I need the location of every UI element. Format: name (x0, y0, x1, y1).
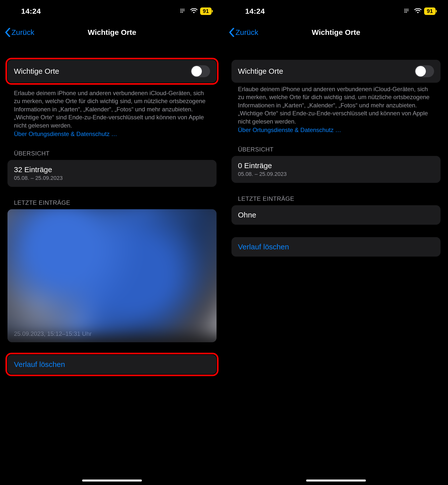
privacy-link[interactable]: Über Ortungsdienste & Datenschutz … (7, 130, 217, 138)
overview-header: ÜBERSICHT (7, 150, 217, 160)
back-label: Zurück (11, 28, 34, 37)
svg-point-17 (417, 12, 418, 13)
svg-point-3 (180, 10, 181, 11)
highlight-toggle: Wichtige Orte (5, 58, 219, 85)
significant-locations-toggle[interactable] (415, 65, 434, 77)
recent-header: LETZTE EINTRÄGE (231, 195, 441, 205)
home-indicator[interactable] (82, 480, 142, 482)
recent-header: LETZTE EINTRÄGE (7, 199, 217, 209)
chevron-left-icon (229, 28, 234, 37)
recent-none-cell: Ohne (231, 205, 441, 225)
content: Wichtige Orte Erlaube deinem iPhone und … (0, 42, 224, 376)
svg-point-9 (404, 9, 405, 10)
overview-count: 32 Einträge (14, 165, 52, 174)
cellular-icon (180, 8, 188, 14)
battery-indicator: 91 (200, 7, 212, 15)
svg-point-2 (183, 9, 184, 10)
svg-point-12 (404, 10, 405, 11)
overview-cell[interactable]: 0 Einträge 05.08. – 25.09.2023 (231, 156, 441, 183)
toggle-knob (415, 66, 426, 76)
content: Wichtige Orte Erlaube deinem iPhone und … (224, 42, 448, 257)
back-button[interactable]: Zurück (5, 28, 34, 37)
overview-header: ÜBERSICHT (231, 146, 441, 156)
clear-history-label: Verlauf löschen (14, 360, 65, 369)
svg-point-15 (404, 12, 405, 13)
map-preview-blurred (7, 209, 217, 335)
overview-count: 0 Einträge (238, 161, 272, 170)
nav-bar: Zurück Wichtige Orte (0, 22, 224, 42)
status-time: 14:24 (245, 7, 265, 15)
toggle-knob (191, 66, 202, 76)
svg-point-16 (406, 12, 407, 13)
svg-point-8 (193, 12, 194, 13)
status-time: 14:24 (21, 7, 41, 15)
highlight-clear: Verlauf löschen (5, 353, 219, 376)
footer-description: Erlaube deinem iPhone und anderen verbun… (231, 83, 441, 126)
clear-history-label: Verlauf löschen (238, 243, 289, 251)
significant-locations-row[interactable]: Wichtige Orte (231, 60, 441, 83)
clear-history-button[interactable]: Verlauf löschen (231, 237, 441, 257)
status-right: 91 (180, 7, 212, 15)
chevron-left-icon (5, 28, 10, 37)
wifi-icon (190, 8, 198, 14)
overview-daterange: 05.08. – 25.09.2023 (238, 171, 287, 177)
nav-bar: Zurück Wichtige Orte (224, 22, 448, 42)
battery-indicator: 91 (424, 7, 436, 15)
svg-point-14 (407, 10, 408, 11)
significant-locations-toggle[interactable] (191, 65, 210, 77)
nav-title: Wichtige Orte (312, 28, 360, 37)
overview-cell[interactable]: 32 Einträge 05.08. – 25.09.2023 (7, 160, 217, 187)
svg-point-13 (406, 10, 407, 11)
toggle-label: Wichtige Orte (14, 67, 59, 75)
svg-point-11 (407, 9, 408, 10)
phone-left: 14:24 91 Zurück Wichtige Orte Wichtige O… (0, 0, 224, 485)
status-bar: 14:24 91 (0, 0, 224, 22)
svg-point-4 (182, 10, 183, 11)
recent-none-label: Ohne (238, 211, 256, 219)
phone-right: 14:24 91 Zurück Wichtige Orte Wichtige O… (224, 0, 448, 485)
toggle-label: Wichtige Orte (238, 67, 283, 75)
footer-description: Erlaube deinem iPhone und anderen verbun… (7, 87, 217, 130)
status-bar: 14:24 91 (224, 0, 448, 22)
svg-point-6 (180, 12, 181, 13)
svg-point-7 (182, 12, 183, 13)
significant-locations-row[interactable]: Wichtige Orte (7, 60, 217, 83)
clear-history-button[interactable]: Verlauf löschen (7, 355, 217, 374)
wifi-icon (414, 8, 422, 14)
status-right: 91 (404, 7, 436, 15)
nav-title: Wichtige Orte (88, 28, 136, 37)
privacy-link[interactable]: Über Ortungsdienste & Datenschutz … (231, 126, 441, 134)
svg-point-0 (180, 9, 181, 10)
recent-entry-card[interactable]: 25.09.2023, 15:12–15:31 Uhr (7, 209, 217, 342)
back-label: Zurück (235, 28, 258, 37)
svg-point-1 (182, 9, 183, 10)
home-indicator[interactable] (306, 480, 366, 482)
cellular-icon (404, 8, 412, 14)
overview-daterange: 05.08. – 25.09.2023 (14, 175, 63, 181)
svg-point-10 (406, 9, 407, 10)
back-button[interactable]: Zurück (229, 28, 258, 37)
svg-point-5 (183, 10, 184, 11)
